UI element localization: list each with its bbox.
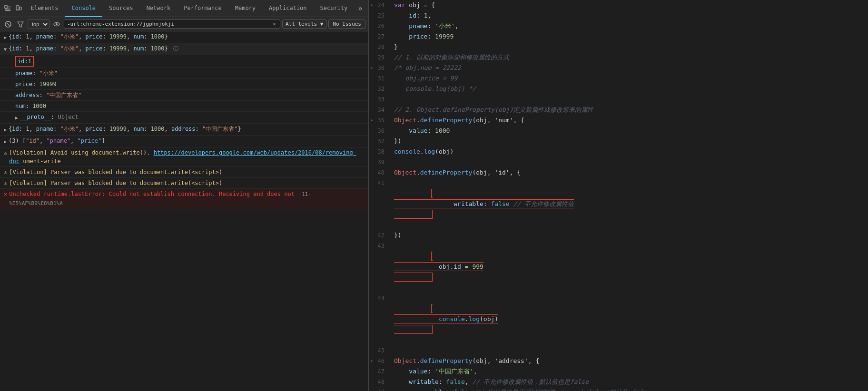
console-line-array[interactable]: (3) ["id", "pname", "price"] [0,136,368,147]
console-line[interactable]: {id: 1, pname: "小米", price: 19999, num: … [0,124,368,136]
code-line-35: 35 Object.defineProperty(obj, 'num', { [369,115,868,126]
context-selector[interactable]: top [28,20,49,29]
tab-security[interactable]: Security [314,0,355,17]
code-content: enumerable: false // 目标属性是否可以被枚举。true | … [390,387,868,391]
code-content: // 1. 以前的对象添加和修改属性的方式 [390,52,868,63]
more-tabs-button[interactable]: » [354,4,366,13]
code-line-49: 49 enumerable: false // 目标属性是否可以被枚举。true… [369,387,868,391]
expand-arrow[interactable] [4,137,7,146]
line-number: 38 [369,147,390,157]
warning-icon: ⚠ [4,179,7,187]
code-line-38: 38 console.log(obj) [369,147,868,157]
prop-id-row: id: 1 [0,55,368,68]
code-content: Object.defineProperty(obj, 'address', { [390,356,868,366]
code-content: // 2. Object.defineProperty(obj)定义新属性或修改… [390,105,868,115]
code-content: Object.defineProperty(obj, 'id', { [390,167,868,178]
warning-line-1[interactable]: ⚠ [Violation] Parser was blocked due to … [0,167,368,178]
collapse-arrow[interactable] [4,45,7,54]
line-number: 45 [369,345,390,356]
code-content: var obj = { [390,0,868,10]
code-line-39: 39 [369,157,868,167]
prop-proto-row[interactable]: __proto__: Object [0,112,368,124]
filter-icon[interactable] [15,19,26,29]
prop-num-row: num: 1000 [0,101,368,112]
tab-memory[interactable]: Memory [228,0,262,17]
line-number: 35 [369,115,390,126]
line-number: 42 [369,230,390,241]
warning-line-2[interactable]: ⚠ [Violation] Parser was blocked due to … [0,178,368,189]
code-line-34: 34 // 2. Object.defineProperty(obj)定义新属性… [369,105,868,115]
code-line-43: 43 obj.id = 999 [369,241,868,293]
clear-console-button[interactable] [3,19,13,29]
console-output[interactable]: {id: 1, pname: "小米", price: 19999, num: … [0,31,368,391]
code-content: price: 19999 [390,31,868,42]
line-number: 46 [369,356,390,366]
prop-price-row: price: 19999 [0,79,368,90]
line-number: 24 [369,0,390,10]
proto-arrow[interactable] [15,114,18,122]
devtools-tab-bar: Elements Console Sources Network Perform… [0,0,368,17]
issues-count[interactable]: No Issues [328,20,365,29]
warning-icon: ⚠ [4,148,7,157]
expand-arrow[interactable] [4,126,7,134]
tab-elements[interactable]: Elements [24,0,65,17]
code-line-48: 48 writable: false, // 不允许修改属性值，默认值也是fal… [369,377,868,387]
line-number: 49 [369,387,390,391]
svg-marker-8 [18,22,23,27]
code-content: }) [390,230,868,241]
line-number: 34 [369,105,390,115]
url-filter-input[interactable]: -url:chrome-extension://jgphnjokji ✕ [64,20,280,29]
clear-url-filter[interactable]: ✕ [272,21,277,27]
code-line-42: 42 }) [369,230,868,241]
code-content: writable: false, // 不允许修改属性值，默认值也是false [390,377,868,387]
code-line-36: 36 value: 1000 [369,126,868,136]
console-toolbar: top -url:chrome-extension://jgphnjokji ✕… [0,17,368,31]
code-line-46: 46 Object.defineProperty(obj, 'address',… [369,356,868,366]
line-number: 44 [369,293,390,303]
code-line-47: 47 value: '中国广东省', [369,366,868,377]
console-line-expanded[interactable]: {id: 1, pname: "小米", price: 19999, num: … [0,43,368,55]
line-number: 47 [369,366,390,377]
tab-network[interactable]: Network [140,0,178,17]
tab-sources[interactable]: Sources [102,0,140,17]
tab-application[interactable]: Application [262,0,313,17]
line-number: 36 [369,126,390,136]
code-content: value: '中国广东省', [390,366,868,377]
code-content: id: 1, [390,10,868,21]
code-line-40: 40 Object.defineProperty(obj, 'id', { [369,167,868,178]
error-line[interactable]: ✕ Unchecked runtime.lastError: Could not… [0,189,368,209]
line-number: 30 [369,63,390,73]
code-line-41: 41 writable: false // 不允许修改属性值 [369,178,868,230]
tab-performance[interactable]: Performance [177,0,228,17]
device-toolbar-icon[interactable] [13,2,24,15]
live-expression-button[interactable] [51,19,62,29]
code-line-31: 31 obj.price = 99 [369,73,868,84]
code-line-27: 27 price: 19999 [369,31,868,42]
line-number: 26 [369,21,390,31]
inspect-element-icon[interactable] [2,2,13,15]
code-line-26: 26 pname: '小米', [369,21,868,31]
violation-line[interactable]: ⚠ [Violation] Avoid using document.write… [0,147,368,167]
line-number: 40 [369,167,390,178]
code-content: }) [390,136,868,147]
line-number: 27 [369,31,390,42]
line-number: 31 [369,73,390,84]
console-line[interactable]: {id: 1, pname: "小米", price: 19999, num: … [0,31,368,43]
line-number: 43 [369,241,390,251]
code-content: obj.id = 999 [390,241,868,293]
tab-console[interactable]: Console [65,0,102,17]
log-level-filter[interactable]: All levels ▼ [282,20,326,29]
svg-rect-4 [16,6,19,10]
code-line-25: 25 id: 1, [369,10,868,21]
code-lines: 24 var obj = { 25 id: 1, 26 pname: '小米',… [369,0,868,391]
code-content: console.log(obj) */ [390,84,868,94]
expand-arrow[interactable] [4,33,7,42]
line-number: 37 [369,136,390,147]
code-line-29: 29 // 1. 以前的对象添加和修改属性的方式 [369,52,868,63]
code-content: console.log(obj) [390,293,868,345]
code-line-37: 37 }) [369,136,868,147]
warning-icon: ⚠ [4,168,7,176]
line-number: 39 [369,157,390,167]
line-number: 25 [369,10,390,21]
code-line-45: 45 [369,345,868,356]
